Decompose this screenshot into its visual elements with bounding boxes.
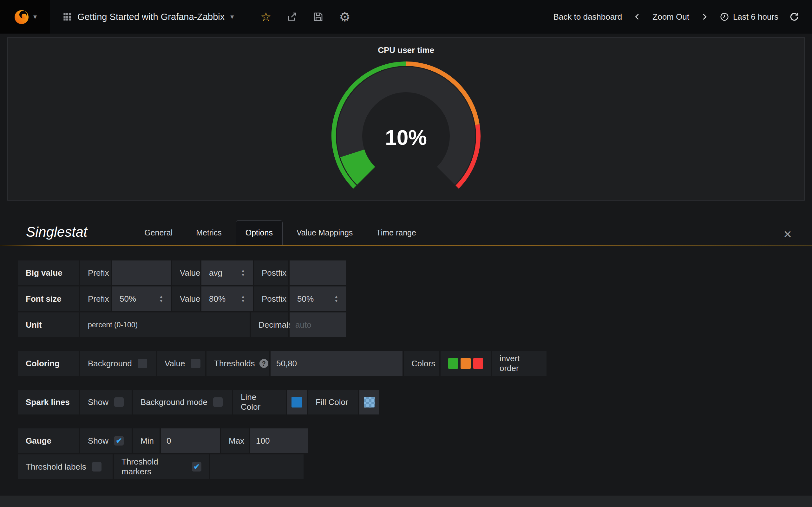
value-label: Value [172,286,200,311]
next-dashboard-row [0,496,812,507]
spark-lines-row: Spark lines Show Background mode Line Co… [18,390,812,414]
chevron-right-icon[interactable] [700,12,709,21]
navbar: ▾ Getting Started with Grafana-Zabbix ▾ … [0,0,812,34]
background-mode-checkbox[interactable] [213,397,223,407]
big-value-stat-select[interactable]: avg ▲▼ [201,261,253,285]
empty-cell [210,454,304,479]
back-to-dashboard-button[interactable]: Back to dashboard [554,12,622,22]
background-mode-label: Background mode [141,397,207,407]
chevron-down-icon: ▾ [230,13,234,21]
grafana-logo-button[interactable]: ▾ [0,0,50,34]
threshold-color-swatch-red[interactable] [473,358,483,369]
unit-select[interactable]: percent (0-100) [80,313,250,337]
background-label: Background [88,359,132,369]
threshold-markers-option: Threshold markers ✔ [114,454,209,479]
fill-color-cell [359,390,379,414]
prefix-size-select[interactable]: 50% ▲▼ [112,286,171,311]
gauge-max-input[interactable] [250,429,308,453]
threshold-markers-checkbox[interactable]: ✔ [192,462,201,471]
postfix-label: Postfix [254,286,288,311]
star-icon[interactable]: ☆ [260,10,271,24]
threshold-color-swatch-orange[interactable] [461,358,470,369]
coloring-label: Coloring [18,351,79,376]
gauge-show-checkbox[interactable]: ✔ [114,436,124,446]
close-icon[interactable]: × [783,227,792,245]
value-checkbox[interactable] [191,359,200,368]
time-range-picker[interactable]: Last 6 hours [720,12,778,22]
gauge-min-input[interactable] [161,429,220,453]
select-spinner-icon: ▲▼ [159,295,163,303]
editor-tabs: General Metrics Options Value Mappings T… [135,220,426,245]
spark-show-checkbox[interactable] [114,397,124,407]
help-icon[interactable]: ? [259,359,268,368]
gauge-value: 10% [323,125,489,150]
decimals-input-cell [290,313,346,337]
select-value: 50% [297,294,314,304]
panel-title[interactable]: CPU user time [8,38,804,55]
thresholds-option: Thresholds ? [206,351,269,376]
clock-icon [720,12,729,21]
postfix-size-select[interactable]: 50% ▲▼ [290,286,346,311]
tab-metrics[interactable]: Metrics [187,221,231,245]
threshold-labels-checkbox[interactable] [92,462,101,471]
threshold-labels-label: Threshold labels [26,462,86,472]
big-value-postfix-input[interactable] [290,261,346,285]
unit-row: Unit percent (0-100) Decimals [18,313,812,337]
navbar-actions: ☆ ⚙ [247,0,364,34]
select-value: 80% [209,294,225,304]
panel-type-title: Singlestat [26,224,87,245]
fill-color-overlay [364,397,374,407]
refresh-icon[interactable] [789,12,799,22]
options-form: Big value Prefix Value avg ▲▼ Postfix Fo… [0,246,812,479]
tab-time-range[interactable]: Time range [367,221,426,245]
threshold-color-swatch-green[interactable] [448,358,458,369]
select-value: 50% [119,294,136,304]
coloring-background-option: Background [80,351,156,376]
zoom-out-button[interactable]: Zoom Out [653,12,689,22]
prefix-input-cell [112,261,171,285]
min-input-cell [161,429,220,453]
tab-value-mappings[interactable]: Value Mappings [287,221,362,245]
threshold-markers-label: Threshold markers [121,457,186,476]
prefix-label: Prefix [80,286,111,311]
gauge-row: Gauge Show ✔ Min Max [18,429,812,453]
thresholds-input-cell [270,351,403,376]
value-label: Value [172,261,200,285]
background-mode-option: Background mode [133,390,232,414]
threshold-labels-option: Threshold labels [18,454,113,479]
editor-header: Singlestat General Metrics Options Value… [0,220,812,245]
big-value-row: Big value Prefix Value avg ▲▼ Postfix [18,261,812,285]
time-range-label: Last 6 hours [733,12,778,22]
tab-options[interactable]: Options [236,220,283,245]
unit-label: Unit [18,313,79,337]
font-size-label: Font size [18,286,79,311]
dashboard-title-button[interactable]: Getting Started with Grafana-Zabbix ▾ [50,0,247,34]
gauge-show-option: Show ✔ [80,429,132,453]
cpu-panel: CPU user time 10% [7,38,805,201]
thresholds-input[interactable] [270,351,403,376]
line-color-swatch[interactable] [292,397,302,407]
tab-general[interactable]: General [135,221,182,245]
value-size-select[interactable]: 80% ▲▼ [201,286,253,311]
fill-color-swatch[interactable] [364,397,374,407]
chevron-left-icon[interactable] [633,12,642,21]
decimals-input[interactable] [290,313,346,337]
font-size-row: Font size Prefix 50% ▲▼ Value 80% ▲▼ Pos… [18,286,812,311]
coloring-value-option: Value [157,351,205,376]
thresholds-label: Thresholds [214,359,255,369]
gauge-label: Gauge [18,429,79,453]
colors-label: Colors [404,351,439,376]
chevron-down-icon: ▾ [33,13,37,21]
share-icon[interactable] [287,12,297,22]
select-spinner-icon: ▲▼ [241,295,245,303]
save-icon[interactable] [313,12,323,22]
invert-order-button[interactable]: invert order [492,351,547,376]
panel-editor: Singlestat General Metrics Options Value… [0,220,812,479]
gear-icon[interactable]: ⚙ [339,9,351,24]
postfix-label: Postfix [254,261,288,285]
background-checkbox[interactable] [138,359,147,368]
spark-lines-label: Spark lines [18,390,79,414]
min-label: Min [133,429,159,453]
coloring-row: Coloring Background Value Thresholds ? C… [18,351,812,376]
big-value-prefix-input[interactable] [112,261,171,285]
